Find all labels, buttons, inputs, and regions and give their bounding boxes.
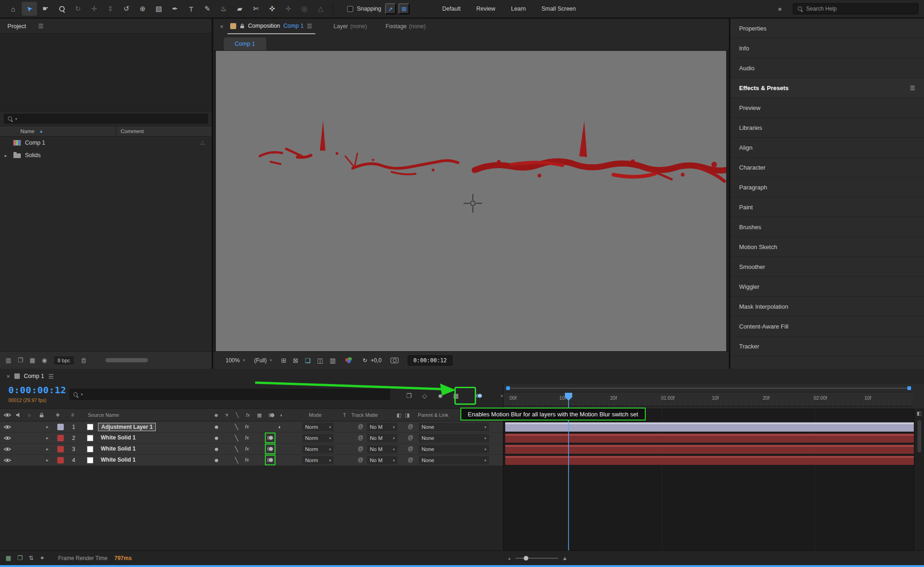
parent-dropdown[interactable]: None▾ <box>419 434 489 442</box>
layer-name[interactable]: White Solid 1 <box>98 456 138 463</box>
resolution-dropdown[interactable]: (Full)▾ <box>254 357 272 364</box>
quality-switch[interactable]: ╲ <box>235 446 238 452</box>
mode-column-header[interactable]: Mode <box>309 409 322 421</box>
expand-arrow-icon[interactable]: ▸ <box>5 153 9 158</box>
track-matte-pickwhip[interactable]: @ <box>358 445 363 452</box>
snap-option-icon[interactable]: ➚ <box>385 3 396 14</box>
effects-switch[interactable]: fx <box>245 435 249 440</box>
workspace-tab[interactable]: Learn <box>504 3 532 15</box>
track-matte-dropdown[interactable]: No M▾ <box>367 456 398 464</box>
track-matte-pickwhip[interactable]: @ <box>358 423 363 430</box>
panel-tab[interactable]: Brushes ☰ <box>730 217 924 237</box>
viewer-option-icon[interactable]: ⊞ <box>281 357 287 364</box>
quality-switch[interactable]: ╲ <box>235 424 238 430</box>
layer-expand-arrow[interactable]: ▸ <box>46 424 49 429</box>
panel-tab[interactable]: Mask Interpolation ☰ <box>730 297 924 317</box>
zoom-slider[interactable] <box>515 558 558 559</box>
snap-option-icon[interactable]: ⊞ <box>398 3 410 14</box>
track-matte-column-header[interactable]: Track Matte <box>351 409 378 421</box>
panel-tab[interactable]: Info ☰ <box>730 38 924 58</box>
tab-footage[interactable]: Footage (none) <box>386 23 426 30</box>
close-icon[interactable]: × <box>220 23 224 30</box>
composition-viewport[interactable] <box>216 51 726 351</box>
layer-visibility-toggle[interactable] <box>4 447 11 451</box>
tool-button[interactable]: ➤ <box>22 2 37 16</box>
quality-switch[interactable]: ╲ <box>235 457 238 463</box>
zoom-in-icon[interactable]: ▲ <box>562 555 568 561</box>
workspace-overflow-chevron[interactable]: » <box>778 5 782 12</box>
tool-button[interactable] <box>54 2 69 16</box>
panel-tab[interactable]: Tracker ☰ <box>730 336 924 356</box>
workspace-tab[interactable]: Small Screen <box>535 3 582 15</box>
tool-button[interactable]: ↺ <box>119 2 134 16</box>
column-header-comment[interactable]: Comment <box>116 126 212 136</box>
tab-composition[interactable]: Composition Comp 1 ☰ <box>227 18 315 34</box>
channel-colors-icon[interactable] <box>345 357 354 363</box>
help-search-input[interactable] <box>806 6 914 12</box>
tool-button[interactable]: ◎ <box>297 2 312 16</box>
snapshot-camera-icon[interactable] <box>391 358 398 363</box>
tool-button[interactable]: ✜ <box>264 2 280 16</box>
track-matte-pickwhip[interactable]: @ <box>358 434 363 441</box>
eye-icon[interactable] <box>4 409 11 421</box>
viewer-option-icon[interactable]: ❏ <box>305 357 311 364</box>
workspace-tab[interactable]: Review <box>470 3 502 15</box>
track-matte-dropdown[interactable]: No M▾ <box>367 434 398 442</box>
shy-column-icon[interactable]: ☻ <box>214 409 219 421</box>
horizontal-scrollbar[interactable] <box>105 358 148 362</box>
preserve-transparency-icon[interactable]: ◧ <box>397 409 401 421</box>
layer-name[interactable]: Adjustment Layer 1 <box>98 423 156 431</box>
matte-toggle-icon[interactable]: ◨ <box>405 409 410 421</box>
parent-pickwhip[interactable]: @ <box>408 445 413 452</box>
layer-expand-arrow[interactable]: ▸ <box>46 446 49 451</box>
viewer-option-icon[interactable]: ▥ <box>330 357 336 364</box>
tool-button[interactable]: ⌂ <box>6 2 21 16</box>
bit-depth-button[interactable]: 8 bpc <box>54 356 74 365</box>
fx-column-icon[interactable]: fx <box>246 409 250 421</box>
time-ruler[interactable]: :00f10f20f01:00f10f20f02:00f10f <box>503 392 913 406</box>
navigator-start-handle[interactable] <box>506 386 510 390</box>
tool-button[interactable]: ⇕ <box>103 2 118 16</box>
column-header-name[interactable]: Name ▲ <box>0 128 116 134</box>
panel-tab[interactable]: Properties ☰ <box>730 18 924 38</box>
shy-switch[interactable]: ☻ <box>214 446 220 452</box>
timeline-footer-icon[interactable]: ✦ <box>40 555 45 561</box>
tool-button[interactable]: ☛ <box>38 2 53 16</box>
layer-label-color[interactable] <box>57 435 64 441</box>
project-footer-icon[interactable]: ❐ <box>18 357 23 364</box>
tool-button[interactable]: ▧ <box>151 2 166 16</box>
tool-button[interactable]: ♨ <box>216 2 231 16</box>
current-time-display[interactable]: 0:00:00:12 <box>8 384 66 396</box>
magnification-dropdown[interactable]: 100%▾ <box>226 357 245 364</box>
tool-button[interactable]: ▰ <box>232 2 247 16</box>
parent-dropdown[interactable]: None▾ <box>419 423 489 431</box>
project-search-input[interactable] <box>19 116 204 122</box>
audio-icon[interactable] <box>16 409 21 421</box>
quality-column-icon[interactable]: ╲ <box>236 409 239 421</box>
project-item-row[interactable]: ▸ Solids ∴ <box>0 149 212 162</box>
lock-icon[interactable] <box>239 23 245 29</box>
layer-duration-bar[interactable] <box>505 445 921 454</box>
shy-switch[interactable]: ☻ <box>214 424 220 430</box>
layer-label-color[interactable] <box>57 424 64 430</box>
timeline-tab-label[interactable]: Comp 1 <box>24 373 44 379</box>
timeline-footer-icon[interactable]: ⇅ <box>29 555 34 561</box>
track-matte-pickwhip[interactable]: @ <box>358 457 363 463</box>
snapping-checkbox[interactable] <box>347 6 353 12</box>
tool-button[interactable]: ✎ <box>200 2 215 16</box>
tool-button[interactable]: T <box>184 2 199 16</box>
viewer-comp-tab[interactable]: Comp 1 <box>224 37 266 50</box>
layer-row[interactable]: ▸ 1 Adjustment Layer 1 ☻ ╲ fx ◐ Norm▾ @ … <box>0 421 503 433</box>
panel-tab[interactable]: Effects & Presets ☰ <box>730 78 924 98</box>
tool-button[interactable]: ✛ <box>86 2 102 16</box>
panel-tab[interactable]: Motion Sketch ☰ <box>730 237 924 257</box>
panel-tab[interactable]: Libraries ☰ <box>730 118 924 138</box>
blend-mode-dropdown[interactable]: Norm▾ <box>302 423 334 431</box>
zoom-slider-knob[interactable] <box>524 556 528 561</box>
parent-pickwhip[interactable]: @ <box>408 434 413 441</box>
motion-blur-switch[interactable] <box>267 434 274 441</box>
viewer-option-icon[interactable]: ⊠ <box>293 357 299 364</box>
project-footer-icon[interactable]: ▦ <box>30 357 35 364</box>
comp-marker-button[interactable]: ◧ <box>917 410 921 416</box>
track-area[interactable] <box>503 408 924 550</box>
